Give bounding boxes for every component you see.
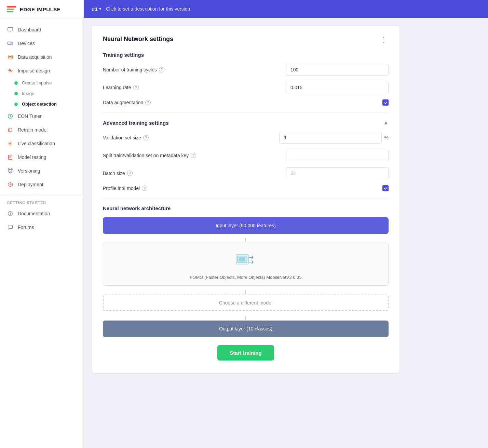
topbar-description[interactable]: Click to set a description for this vers… <box>106 6 190 12</box>
validation-set-size-label: Validation set size ? <box>103 135 279 140</box>
arch-connector-bottom <box>103 316 389 320</box>
architecture-section: Input layer (90,000 features) <box>103 217 389 337</box>
start-training-button[interactable]: Start training <box>217 345 274 361</box>
version-number: #1 <box>92 6 98 12</box>
validation-set-size-row: Validation set size ? % <box>103 132 389 144</box>
sidebar-item-label: Devices <box>18 41 35 46</box>
section-divider <box>103 112 389 113</box>
data-augmentation-label: Data augmentation ? <box>103 100 382 105</box>
input-layer: Input layer (90,000 features) <box>103 217 389 234</box>
panel-header: Neural Network settings ⋮ <box>103 36 389 44</box>
logo-stripe-red <box>7 6 16 8</box>
svg-point-5 <box>9 142 11 144</box>
sidebar-item-retrain-model[interactable]: Retrain model <box>0 123 83 137</box>
svg-point-3 <box>8 55 13 57</box>
sidebar-item-label: Dashboard <box>18 27 41 32</box>
devices-icon <box>7 40 14 47</box>
sidebar-item-label: Deployment <box>18 182 43 187</box>
profile-int8-row: Profile int8 model ? <box>103 185 389 191</box>
version-badge[interactable]: #1 ▾ <box>92 6 101 12</box>
logo-icon <box>7 6 16 12</box>
panel-title: Neural Network settings <box>103 36 173 43</box>
sidebar-item-label: Documentation <box>18 211 50 216</box>
main-nav: Dashboard Devices Data acquisition Impul… <box>0 19 83 238</box>
sidebar-item-label: Data acquisition <box>18 54 52 60</box>
percent-suffix: % <box>384 135 389 140</box>
logo-stripe-green <box>7 11 13 12</box>
section-divider-2 <box>103 198 389 199</box>
chevron-down-icon: ▾ <box>99 6 101 11</box>
learning-rate-label: Learning rate ? <box>103 85 286 90</box>
sidebar-subitem-image[interactable]: Image <box>0 88 83 99</box>
svg-rect-2 <box>11 43 13 44</box>
sidebar-subitem-create-impulse[interactable]: Create impulse <box>0 78 83 88</box>
logo-stripe-orange <box>7 9 14 10</box>
validation-set-size-input-group: % <box>279 132 389 144</box>
svg-point-10 <box>8 169 10 170</box>
split-metadata-help-icon[interactable]: ? <box>191 153 196 158</box>
data-augmentation-checkbox[interactable] <box>382 99 389 106</box>
learning-rate-help-icon[interactable]: ? <box>133 85 139 90</box>
choose-model-button[interactable]: Choose a different model <box>103 295 389 311</box>
collapse-icon: ▲ <box>383 120 389 126</box>
training-settings-title: Training settings <box>103 52 389 58</box>
sidebar-item-label: Model testing <box>18 154 46 160</box>
split-metadata-input[interactable] <box>286 150 389 161</box>
sidebar-subitem-object-detection[interactable]: Object detection <box>0 99 83 109</box>
data-augmentation-help-icon[interactable]: ? <box>145 100 151 105</box>
sidebar-item-documentation[interactable]: Documentation <box>0 207 83 220</box>
dot-icon <box>14 92 18 95</box>
training-cycles-help-icon[interactable]: ? <box>159 67 164 72</box>
dot-icon <box>14 81 18 85</box>
sidebar-subitem-label: Object detection <box>22 101 57 107</box>
data-augmentation-row: Data augmentation ? <box>103 99 389 106</box>
profile-int8-help-icon[interactable]: ? <box>142 186 147 191</box>
validation-set-size-input[interactable] <box>279 132 382 144</box>
sidebar-subitem-label: Image <box>22 91 34 96</box>
main-content: #1 ▾ Click to set a description for this… <box>84 0 488 448</box>
learning-rate-input[interactable] <box>286 82 389 93</box>
sidebar-item-dashboard[interactable]: Dashboard <box>0 23 83 37</box>
model-block: FOMO (Faster Objects, More Objects) Mobi… <box>103 243 389 286</box>
sidebar-item-live-classification[interactable]: Live classification <box>0 137 83 150</box>
sidebar-item-model-testing[interactable]: Model testing <box>0 150 83 164</box>
output-layer: Output layer (10 classes) <box>103 321 389 337</box>
eon-icon <box>7 113 14 120</box>
connector-line-2 <box>245 290 246 294</box>
profile-int8-label: Profile int8 model ? <box>103 186 382 191</box>
sidebar-item-label: EON Tuner <box>18 113 42 119</box>
versioning-icon <box>7 167 14 174</box>
testing-icon <box>7 154 14 161</box>
svg-rect-7 <box>9 155 12 160</box>
app-name: EDGE IMPULSE <box>20 6 60 12</box>
more-options-button[interactable]: ⋮ <box>379 36 389 44</box>
batch-size-help-icon[interactable]: ? <box>127 171 133 176</box>
sidebar-item-deployment[interactable]: Deployment <box>0 178 83 191</box>
arch-connector-mid <box>103 290 389 294</box>
advanced-settings-header[interactable]: Advanced training settings ▲ <box>103 120 389 126</box>
profile-int8-checkbox[interactable] <box>382 185 389 191</box>
sidebar-item-impulse-design[interactable]: Impulse design <box>0 64 83 78</box>
content-area: Neural Network settings ⋮ Training setti… <box>84 18 488 448</box>
batch-size-input[interactable] <box>286 167 389 179</box>
svg-point-12 <box>10 172 11 173</box>
training-cycles-input[interactable] <box>286 64 389 76</box>
neural-network-panel: Neural Network settings ⋮ Training setti… <box>92 26 399 373</box>
validation-set-size-help-icon[interactable]: ? <box>143 135 149 140</box>
sidebar-item-label: Live classification <box>18 141 55 146</box>
getting-started-label: GETTING STARTED <box>0 197 83 207</box>
connector-line <box>245 238 246 242</box>
sidebar-item-data-acquisition[interactable]: Data acquisition <box>0 50 83 64</box>
sidebar-item-devices[interactable]: Devices <box>0 37 83 50</box>
architecture-title: Neural network architecture <box>103 205 389 211</box>
advanced-settings-title: Advanced training settings <box>103 120 169 126</box>
live-icon <box>7 140 14 147</box>
training-cycles-row: Number of training cycles ? <box>103 64 389 76</box>
sidebar-item-label: Impulse design <box>18 68 50 73</box>
split-metadata-label: Split train/validation set on metadata k… <box>103 153 286 158</box>
sidebar-item-forums[interactable]: Forums <box>0 220 83 234</box>
split-metadata-row: Split train/validation set on metadata k… <box>103 150 389 161</box>
sidebar-item-eon-tuner[interactable]: EON Tuner <box>0 109 83 123</box>
svg-rect-0 <box>8 28 13 31</box>
sidebar-item-versioning[interactable]: Versioning <box>0 164 83 178</box>
